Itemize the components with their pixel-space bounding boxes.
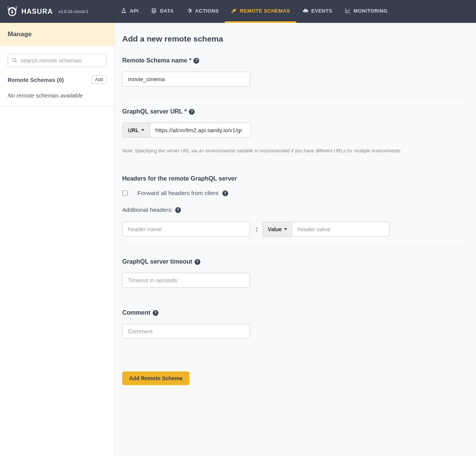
header-name-input[interactable] <box>122 222 250 237</box>
nav-data-label: DATA <box>160 8 174 14</box>
sidebar-empty-text: No remote schemas available <box>8 92 107 99</box>
help-icon[interactable]: ? <box>193 58 199 64</box>
header-value-type-dropdown[interactable]: Value <box>263 222 292 237</box>
nav-remote-schemas-label: REMOTE SCHEMAS <box>240 8 290 14</box>
server-url-input[interactable] <box>150 123 251 138</box>
schema-name-label: Remote Schema name * <box>122 57 191 64</box>
chart-line-icon <box>345 8 351 14</box>
forward-headers-label: Forward all headers from client <box>137 190 219 197</box>
sidebar-search[interactable] <box>8 54 107 67</box>
nav-events[interactable]: EVENTS <box>296 0 339 23</box>
additional-headers-label: Additional headers: <box>122 206 173 213</box>
nav-api[interactable]: API <box>115 0 145 23</box>
add-remote-schema-button[interactable]: Add Remote Schema <box>122 371 189 385</box>
cloud-icon <box>302 8 308 14</box>
brand[interactable]: HASURA v2.0.10-cloud.1 <box>0 0 115 23</box>
section-headers: Headers for the remote GraphQL server Fo… <box>122 175 468 248</box>
sidebar: Manage Remote Schemas (0) Add No remote … <box>0 23 115 456</box>
header-value-type-label: Value <box>268 226 282 232</box>
section-schema-name: Remote Schema name * ? <box>122 57 468 98</box>
section-server-url: GraphQL server URL * ? URL Note: Specify… <box>122 108 468 165</box>
remote-schemas-count: Remote Schemas (0) <box>8 77 64 83</box>
nav-data[interactable]: DATA <box>145 0 180 23</box>
timeout-label: GraphQL server timeout <box>122 258 192 265</box>
chevron-down-icon <box>141 129 144 131</box>
server-url-label: GraphQL server URL * <box>122 108 187 115</box>
url-type-dropdown[interactable]: URL <box>122 123 150 138</box>
forward-headers-checkbox[interactable] <box>122 190 128 196</box>
nav-events-label: EVENTS <box>311 8 332 14</box>
help-icon[interactable]: ? <box>153 310 158 316</box>
topbar: HASURA v2.0.10-cloud.1 API DATA ACTIONS … <box>0 0 476 23</box>
hasura-logo-icon <box>7 6 18 17</box>
chevron-down-icon <box>284 228 287 230</box>
nav-actions[interactable]: ACTIONS <box>180 0 225 23</box>
nav-actions-label: ACTIONS <box>195 8 219 14</box>
database-icon <box>151 8 157 14</box>
cogs-icon <box>186 8 192 14</box>
schema-name-input[interactable] <box>122 72 250 86</box>
brand-version: v2.0.10-cloud.1 <box>58 9 88 14</box>
comment-input[interactable] <box>122 324 250 339</box>
section-timeout: GraphQL server timeout ? <box>122 258 468 299</box>
nav-api-label: API <box>130 8 139 14</box>
help-icon[interactable]: ? <box>195 259 200 265</box>
flask-icon <box>121 8 127 14</box>
main-content: Add a new remote schema Remote Schema na… <box>115 23 476 456</box>
help-icon[interactable]: ? <box>189 109 195 115</box>
page-title: Add a new remote schema <box>122 34 468 43</box>
headers-label: Headers for the remote GraphQL server <box>122 175 237 182</box>
timeout-input[interactable] <box>122 273 250 288</box>
plug-icon <box>231 8 237 14</box>
nav-monitoring-label: MONITORING <box>354 8 388 14</box>
sidebar-title: Manage <box>0 23 114 46</box>
comment-label: Comment <box>122 309 150 316</box>
colon-separator: : <box>256 226 257 233</box>
sidebar-add-button[interactable]: Add <box>92 75 107 84</box>
section-comment: Comment ? <box>122 309 468 349</box>
server-url-note: Note: Specifying the server URL via an e… <box>122 148 468 154</box>
topnav: API DATA ACTIONS REMOTE SCHEMAS EVENTS M… <box>115 0 394 23</box>
url-type-label: URL <box>128 127 139 133</box>
search-input[interactable] <box>21 57 102 64</box>
header-value-input[interactable] <box>292 222 390 237</box>
help-icon[interactable]: ? <box>175 207 181 213</box>
nav-remote-schemas[interactable]: REMOTE SCHEMAS <box>225 0 296 23</box>
help-icon[interactable]: ? <box>222 190 228 196</box>
brand-name: HASURA <box>21 8 53 16</box>
search-icon <box>12 58 18 63</box>
nav-monitoring[interactable]: MONITORING <box>339 0 394 23</box>
